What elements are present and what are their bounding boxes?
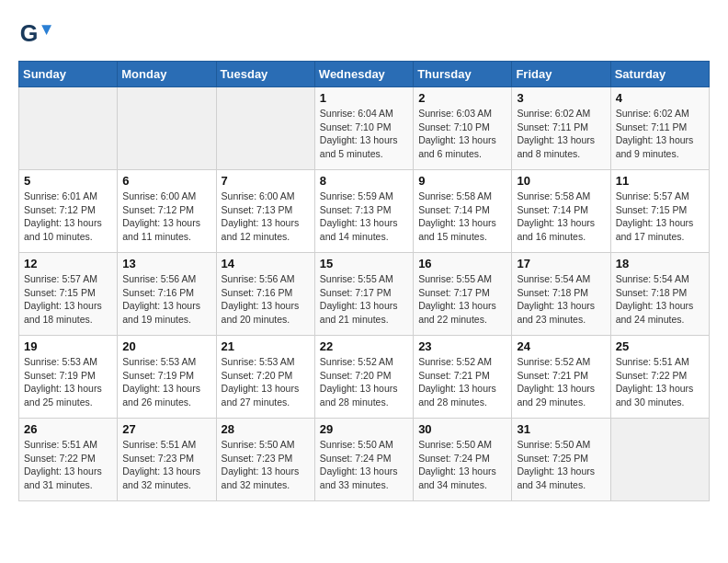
day-number: 24: [517, 339, 605, 353]
calendar-cell: 7Sunrise: 6:00 AMSunset: 7:13 PMDaylight…: [216, 170, 314, 253]
calendar-cell: 10Sunrise: 5:58 AMSunset: 7:14 PMDayligh…: [512, 170, 610, 253]
day-number: 25: [616, 339, 704, 353]
day-info: Sunrise: 5:51 AMSunset: 7:22 PMDaylight:…: [616, 355, 704, 409]
day-header-wednesday: Wednesday: [314, 62, 413, 87]
day-info: Sunrise: 6:02 AMSunset: 7:11 PMDaylight:…: [616, 107, 704, 161]
day-info: Sunrise: 5:55 AMSunset: 7:17 PMDaylight:…: [418, 272, 506, 327]
day-info: Sunrise: 6:00 AMSunset: 7:13 PMDaylight:…: [222, 190, 310, 244]
day-number: 1: [320, 91, 408, 105]
calendar-cell: 12Sunrise: 5:57 AMSunset: 7:15 PMDayligh…: [19, 253, 118, 336]
calendar-cell: 13Sunrise: 5:56 AMSunset: 7:16 PMDayligh…: [118, 253, 216, 336]
day-info: Sunrise: 5:58 AMSunset: 7:14 PMDaylight:…: [418, 190, 506, 244]
day-info: Sunrise: 5:53 AMSunset: 7:19 PMDaylight:…: [122, 355, 210, 409]
calendar-cell: 30Sunrise: 5:50 AMSunset: 7:24 PMDayligh…: [414, 419, 512, 501]
day-info: Sunrise: 5:50 AMSunset: 7:23 PMDaylight:…: [222, 438, 310, 492]
calendar-cell: 23Sunrise: 5:52 AMSunset: 7:21 PMDayligh…: [414, 336, 512, 419]
calendar-cell: [19, 87, 118, 170]
day-number: 30: [418, 422, 506, 436]
day-number: 26: [24, 422, 112, 436]
calendar-cell: 5Sunrise: 6:01 AMSunset: 7:12 PMDaylight…: [19, 170, 118, 253]
calendar-cell: 9Sunrise: 5:58 AMSunset: 7:14 PMDaylight…: [414, 170, 512, 253]
calendar-cell: 27Sunrise: 5:51 AMSunset: 7:23 PMDayligh…: [118, 419, 216, 501]
day-number: 20: [122, 339, 210, 353]
calendar-cell: [216, 87, 314, 170]
logo-icon: G: [18, 18, 51, 52]
day-number: 28: [222, 422, 310, 436]
calendar-cell: 19Sunrise: 5:53 AMSunset: 7:19 PMDayligh…: [19, 336, 118, 419]
calendar-cell: 21Sunrise: 5:53 AMSunset: 7:20 PMDayligh…: [216, 336, 314, 419]
calendar-cell: 1Sunrise: 6:04 AMSunset: 7:10 PMDaylight…: [314, 87, 413, 170]
day-info: Sunrise: 5:57 AMSunset: 7:15 PMDaylight:…: [24, 272, 112, 327]
calendar-cell: 22Sunrise: 5:52 AMSunset: 7:20 PMDayligh…: [314, 336, 413, 419]
day-header-sunday: Sunday: [19, 62, 118, 87]
calendar-table: SundayMondayTuesdayWednesdayThursdayFrid…: [18, 61, 710, 501]
calendar-cell: 11Sunrise: 5:57 AMSunset: 7:15 PMDayligh…: [610, 170, 709, 253]
day-info: Sunrise: 5:56 AMSunset: 7:16 PMDaylight:…: [122, 272, 210, 327]
day-number: 10: [517, 174, 605, 188]
calendar-week-2: 5Sunrise: 6:01 AMSunset: 7:12 PMDaylight…: [19, 170, 710, 253]
calendar-cell: [610, 419, 709, 501]
calendar-cell: 31Sunrise: 5:50 AMSunset: 7:25 PMDayligh…: [512, 419, 610, 501]
day-info: Sunrise: 6:04 AMSunset: 7:10 PMDaylight:…: [320, 107, 408, 161]
day-number: 22: [320, 339, 408, 353]
calendar-cell: 15Sunrise: 5:55 AMSunset: 7:17 PMDayligh…: [314, 253, 413, 336]
calendar-cell: 14Sunrise: 5:56 AMSunset: 7:16 PMDayligh…: [216, 253, 314, 336]
day-info: Sunrise: 5:54 AMSunset: 7:18 PMDaylight:…: [517, 272, 605, 327]
day-number: 18: [616, 257, 704, 270]
day-number: 19: [24, 339, 112, 353]
calendar-week-5: 26Sunrise: 5:51 AMSunset: 7:22 PMDayligh…: [19, 419, 710, 501]
calendar-cell: 3Sunrise: 6:02 AMSunset: 7:11 PMDaylight…: [512, 87, 610, 170]
day-number: 11: [616, 174, 704, 188]
day-header-friday: Friday: [512, 62, 610, 87]
day-info: Sunrise: 5:50 AMSunset: 7:24 PMDaylight:…: [320, 438, 408, 492]
day-info: Sunrise: 5:51 AMSunset: 7:23 PMDaylight:…: [122, 438, 210, 492]
day-info: Sunrise: 6:03 AMSunset: 7:10 PMDaylight:…: [418, 107, 506, 161]
calendar-cell: 2Sunrise: 6:03 AMSunset: 7:10 PMDaylight…: [414, 87, 512, 170]
day-info: Sunrise: 5:50 AMSunset: 7:25 PMDaylight:…: [517, 438, 605, 492]
calendar-cell: 20Sunrise: 5:53 AMSunset: 7:19 PMDayligh…: [118, 336, 216, 419]
day-info: Sunrise: 5:52 AMSunset: 7:20 PMDaylight:…: [320, 355, 408, 409]
day-info: Sunrise: 5:56 AMSunset: 7:16 PMDaylight:…: [222, 272, 310, 327]
calendar-cell: 28Sunrise: 5:50 AMSunset: 7:23 PMDayligh…: [216, 419, 314, 501]
svg-text:G: G: [20, 20, 39, 46]
day-number: 31: [517, 422, 605, 436]
day-number: 7: [222, 174, 310, 188]
day-info: Sunrise: 5:55 AMSunset: 7:17 PMDaylight:…: [320, 272, 408, 327]
day-number: 17: [517, 257, 605, 270]
calendar-cell: 18Sunrise: 5:54 AMSunset: 7:18 PMDayligh…: [610, 253, 709, 336]
calendar-cell: 16Sunrise: 5:55 AMSunset: 7:17 PMDayligh…: [414, 253, 512, 336]
day-number: 27: [122, 422, 210, 436]
day-number: 8: [320, 174, 408, 188]
day-info: Sunrise: 5:51 AMSunset: 7:22 PMDaylight:…: [24, 438, 112, 492]
day-number: 9: [418, 174, 506, 188]
calendar-cell: 6Sunrise: 6:00 AMSunset: 7:12 PMDaylight…: [118, 170, 216, 253]
day-number: 13: [122, 257, 210, 270]
day-info: Sunrise: 5:52 AMSunset: 7:21 PMDaylight:…: [418, 355, 506, 409]
day-info: Sunrise: 5:58 AMSunset: 7:14 PMDaylight:…: [517, 190, 605, 244]
calendar-header-row: SundayMondayTuesdayWednesdayThursdayFrid…: [19, 62, 710, 87]
calendar-cell: 29Sunrise: 5:50 AMSunset: 7:24 PMDayligh…: [314, 419, 413, 501]
day-info: Sunrise: 5:52 AMSunset: 7:21 PMDaylight:…: [517, 355, 605, 409]
day-info: Sunrise: 5:54 AMSunset: 7:18 PMDaylight:…: [616, 272, 704, 327]
day-info: Sunrise: 5:53 AMSunset: 7:20 PMDaylight:…: [222, 355, 310, 409]
day-header-tuesday: Tuesday: [216, 62, 314, 87]
day-number: 5: [24, 174, 112, 188]
day-info: Sunrise: 5:53 AMSunset: 7:19 PMDaylight:…: [24, 355, 112, 409]
day-header-saturday: Saturday: [610, 62, 709, 87]
day-number: 4: [616, 91, 704, 105]
day-info: Sunrise: 6:01 AMSunset: 7:12 PMDaylight:…: [24, 190, 112, 244]
calendar-cell: 17Sunrise: 5:54 AMSunset: 7:18 PMDayligh…: [512, 253, 610, 336]
calendar-cell: 8Sunrise: 5:59 AMSunset: 7:13 PMDaylight…: [314, 170, 413, 253]
day-number: 29: [320, 422, 408, 436]
calendar-cell: [118, 87, 216, 170]
day-number: 21: [222, 339, 310, 353]
day-number: 23: [418, 339, 506, 353]
calendar-cell: 26Sunrise: 5:51 AMSunset: 7:22 PMDayligh…: [19, 419, 118, 501]
day-number: 15: [320, 257, 408, 270]
day-number: 2: [418, 91, 506, 105]
calendar-week-4: 19Sunrise: 5:53 AMSunset: 7:19 PMDayligh…: [19, 336, 710, 419]
day-header-thursday: Thursday: [414, 62, 512, 87]
day-number: 16: [418, 257, 506, 270]
day-header-monday: Monday: [118, 62, 216, 87]
day-info: Sunrise: 6:00 AMSunset: 7:12 PMDaylight:…: [122, 190, 210, 244]
